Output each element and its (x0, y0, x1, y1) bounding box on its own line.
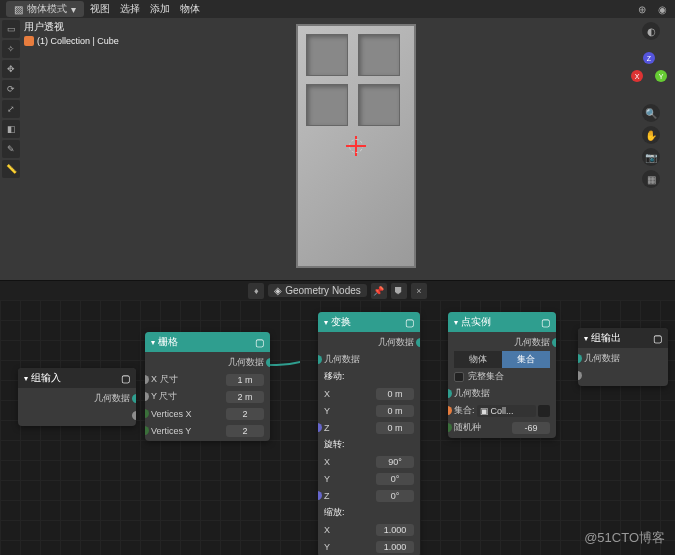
socket-blank-in[interactable] (578, 367, 668, 384)
row-verts-y[interactable]: Vertices Y2 (145, 422, 270, 439)
axis-x[interactable]: X (631, 70, 643, 82)
chevron-down-icon: ▾ (584, 334, 588, 343)
socket-geometry-out[interactable]: 几何数据 (18, 390, 136, 407)
cursor-3d-icon (346, 136, 366, 156)
row-trans-z[interactable]: Z0 m (318, 419, 420, 436)
row-scale-y[interactable]: Y1.000 (318, 538, 420, 555)
geometry-nodes-field[interactable]: ◈ Geometry Nodes (268, 284, 367, 297)
clear-icon[interactable] (538, 405, 550, 417)
perspective-icon[interactable]: ▦ (642, 170, 660, 188)
socket-geometry-in[interactable]: 几何数据 (448, 385, 556, 402)
view-collection: (1) Collection | Cube (24, 36, 119, 46)
top-header: ▨ 物体模式 ▾ 视图 选择 添加 物体 ⊕ ◉ (0, 0, 675, 18)
chevron-down-icon: ▾ (151, 338, 155, 347)
pivot-icon[interactable]: ◉ (655, 4, 669, 15)
object-icon (24, 36, 34, 46)
row-rot-z[interactable]: Z0° (318, 487, 420, 504)
global-icon[interactable]: ⊕ (635, 4, 649, 15)
chevron-down-icon: ▾ (324, 318, 328, 327)
row-collection-field[interactable]: 集合: ▣Coll... (448, 402, 556, 419)
socket-geometry-in[interactable]: 几何数据 (578, 350, 668, 367)
node-grid[interactable]: ▾栅格▢ 几何数据 X 尺寸1 m Y 尺寸2 m Vertices X2 Ve… (145, 332, 270, 441)
node-tree-name: Geometry Nodes (285, 285, 361, 296)
row-rot-x[interactable]: X90° (318, 453, 420, 470)
label-rotation: 旋转: (318, 436, 420, 453)
pin-icon[interactable]: 📌 (371, 283, 387, 299)
node-editor[interactable]: ▾组输入▢ 几何数据 ▾栅格▢ 几何数据 X 尺寸1 m Y 尺寸2 m Ver… (0, 300, 675, 555)
mode-dropdown[interactable]: ▨ 物体模式 ▾ (6, 1, 84, 17)
collection-path: (1) Collection | Cube (37, 36, 119, 46)
tool-measure[interactable]: 📏 (2, 160, 20, 178)
socket-geometry-in[interactable]: 几何数据 (318, 351, 420, 368)
row-size-x[interactable]: X 尺寸1 m (145, 371, 270, 388)
axis-y[interactable]: Y (655, 70, 667, 82)
row-trans-y[interactable]: Y0 m (318, 402, 420, 419)
chevron-down-icon: ▾ (454, 318, 458, 327)
socket-blank-out[interactable] (18, 407, 136, 424)
collapse-icon[interactable]: ▢ (255, 337, 264, 348)
node-group-input[interactable]: ▾组输入▢ 几何数据 (18, 368, 136, 426)
tool-cursor[interactable]: ✧ (2, 40, 20, 58)
node-editor-header: ♦ ◈ Geometry Nodes 📌 ⛊ × (0, 280, 675, 300)
door-object (296, 24, 416, 268)
row-seed[interactable]: 随机种-69 (448, 419, 556, 436)
toggle-object[interactable]: 物体 (454, 351, 502, 368)
axis-gizmo[interactable]: X Y Z (631, 52, 671, 92)
options-icon[interactable]: ◐ (642, 22, 660, 40)
mode-label: 物体模式 (27, 2, 67, 16)
watermark: @51CTO博客 (584, 529, 665, 547)
row-full-collection[interactable]: 完整集合 (448, 368, 556, 385)
tool-transform[interactable]: ◧ (2, 120, 20, 138)
socket-geometry-out[interactable]: 几何数据 (448, 334, 556, 351)
row-trans-x[interactable]: X0 m (318, 385, 420, 402)
menu-select[interactable]: 选择 (120, 2, 140, 16)
tool-annotate[interactable]: ✎ (2, 140, 20, 158)
socket-geometry-out[interactable]: 几何数据 (318, 334, 420, 351)
left-toolbar: ▭ ✧ ✥ ⟳ ⤢ ◧ ✎ 📏 (0, 18, 22, 280)
checkbox-icon[interactable] (454, 372, 464, 382)
axis-z[interactable]: Z (643, 52, 655, 64)
viewport-3d[interactable]: ▭ ✧ ✥ ⟳ ⤢ ◧ ✎ 📏 用户透视 (1) Collection | Cu… (0, 18, 675, 280)
collapse-icon[interactable]: ▢ (653, 333, 662, 344)
menu-add[interactable]: 添加 (150, 2, 170, 16)
viewport-info: 用户透视 (1) Collection | Cube (24, 20, 119, 46)
menu-view[interactable]: 视图 (90, 2, 110, 16)
toggle-collection[interactable]: 集合 (502, 351, 550, 368)
tool-rotate[interactable]: ⟳ (2, 80, 20, 98)
editor-type-icon[interactable]: ♦ (248, 283, 264, 299)
node-group-output[interactable]: ▾组输出▢ 几何数据 (578, 328, 668, 386)
collapse-icon[interactable]: ▢ (121, 373, 130, 384)
row-verts-x[interactable]: Vertices X2 (145, 405, 270, 422)
zoom-icon[interactable]: 🔍 (642, 104, 660, 122)
collapse-icon[interactable]: ▢ (541, 317, 550, 328)
node-transform[interactable]: ▾变换▢ 几何数据 几何数据 移动: X0 m Y0 m Z0 m 旋转: X9… (318, 312, 420, 555)
row-scale-x[interactable]: X1.000 (318, 521, 420, 538)
cube-icon: ▨ (14, 4, 23, 15)
node-tree-icon: ◈ (274, 285, 282, 296)
tool-select[interactable]: ▭ (2, 20, 20, 38)
chevron-down-icon: ▾ (71, 4, 76, 15)
menu-bar: 视图 选择 添加 物体 (90, 2, 200, 16)
right-toolbar: ◐ X Y Z 🔍 ✋ 📷 ▦ (631, 22, 671, 188)
collapse-icon[interactable]: ▢ (405, 317, 414, 328)
tool-scale[interactable]: ⤢ (2, 100, 20, 118)
node-point-instance[interactable]: ▾点实例▢ 几何数据 物体 集合 完整集合 几何数据 集合: ▣Coll... … (448, 312, 556, 438)
label-scale: 缩放: (318, 504, 420, 521)
shield-icon[interactable]: ⛊ (391, 283, 407, 299)
collection-icon: ▣ (480, 406, 489, 416)
menu-object[interactable]: 物体 (180, 2, 200, 16)
label-translation: 移动: (318, 368, 420, 385)
camera-icon[interactable]: 📷 (642, 148, 660, 166)
socket-geometry-out[interactable]: 几何数据 (145, 354, 270, 371)
row-rot-y[interactable]: Y0° (318, 470, 420, 487)
pan-icon[interactable]: ✋ (642, 126, 660, 144)
view-name: 用户透视 (24, 20, 119, 34)
row-size-y[interactable]: Y 尺寸2 m (145, 388, 270, 405)
chevron-down-icon: ▾ (24, 374, 28, 383)
toggle-obj-coll[interactable]: 物体 集合 (448, 351, 556, 368)
close-icon[interactable]: × (411, 283, 427, 299)
tool-move[interactable]: ✥ (2, 60, 20, 78)
